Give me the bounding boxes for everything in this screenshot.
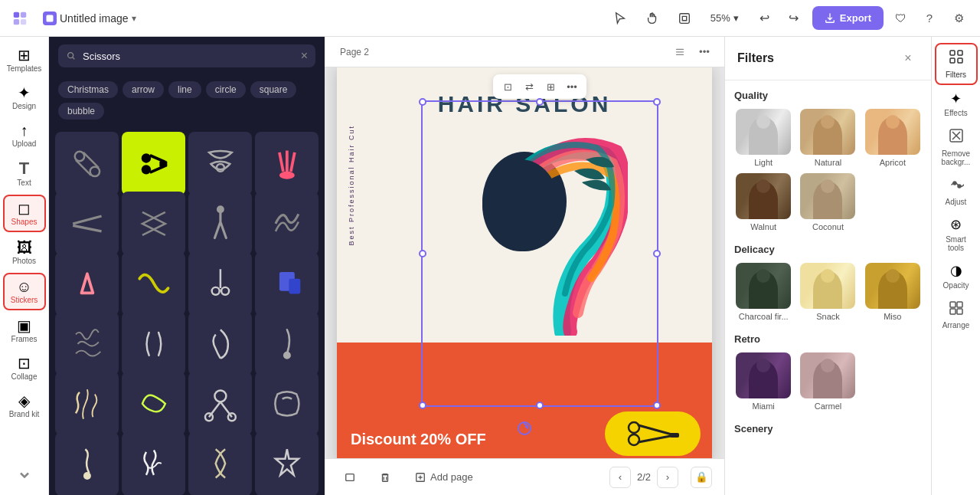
right-icon-smart-tools[interactable]: ⊛ Smart tools <box>935 212 978 257</box>
result-item-15[interactable] <box>188 312 252 375</box>
tag-christmas[interactable]: Christmas <box>58 81 118 98</box>
result-item-6[interactable] <box>122 192 185 255</box>
sidebar-item-templates[interactable]: ⊞ Templates <box>3 43 46 77</box>
help-button[interactable]: ? <box>917 6 942 31</box>
frame-tool-button[interactable] <box>671 5 698 32</box>
sidebar-item-design[interactable]: ✦ Design <box>3 80 46 115</box>
search-bar[interactable]: × <box>58 44 315 67</box>
svg-line-10 <box>76 160 91 175</box>
filter-section-quality: Quality Light Natural <box>734 90 922 231</box>
sidebar-item-frames[interactable]: ▣ Frames <box>3 313 46 348</box>
tag-circle[interactable]: circle <box>206 81 246 98</box>
result-item-14[interactable] <box>122 312 185 375</box>
right-icon-filters[interactable]: Filters <box>935 43 978 85</box>
filter-section-retro: Retro Miami Carmel <box>734 333 922 411</box>
shield-icon-button[interactable]: 🛡 <box>888 6 913 31</box>
sidebar-item-text[interactable]: T Text <box>3 156 46 192</box>
right-icon-opacity[interactable]: ◑ Opacity <box>935 258 978 294</box>
right-icon-remove-bg[interactable]: Remove backgr... <box>935 123 978 171</box>
zoom-selector[interactable]: 55% ▾ <box>703 9 746 27</box>
svg-point-11 <box>141 153 150 162</box>
filter-miso[interactable]: Miso <box>864 263 922 321</box>
result-item-4[interactable] <box>255 132 318 195</box>
undo-button[interactable]: ↩ <box>751 5 779 32</box>
settings-button[interactable]: ⚙ <box>946 6 971 31</box>
search-input[interactable] <box>83 51 295 62</box>
result-item-18[interactable] <box>122 372 185 435</box>
svg-line-9 <box>83 152 99 168</box>
main-content: ⊞ Templates ✦ Design ↑ Upload T Text ◻ S… <box>0 37 980 495</box>
tag-square[interactable]: square <box>250 81 297 98</box>
sidebar-item-photos[interactable]: 🖼 Photos <box>3 235 46 270</box>
result-item-3[interactable] <box>188 132 252 195</box>
result-item-20[interactable] <box>255 372 318 435</box>
result-item-11[interactable] <box>188 252 252 316</box>
result-item-9[interactable] <box>55 252 119 316</box>
right-icon-arrange[interactable]: Arrange <box>935 296 978 335</box>
result-item-1[interactable] <box>55 132 119 195</box>
canvas-toolbar: Page 2 ••• <box>325 37 724 67</box>
result-item-22[interactable] <box>122 432 185 495</box>
result-item-12[interactable] <box>255 252 318 316</box>
result-item-21[interactable] <box>55 432 119 495</box>
lock-button[interactable]: 🔒 <box>691 467 712 488</box>
redo-button[interactable]: ↪ <box>780 5 808 32</box>
add-page-button[interactable]: Add page <box>407 467 481 487</box>
zoom-value: 55% <box>710 12 730 24</box>
result-item-16[interactable] <box>255 312 318 375</box>
filters-panel: Filters × Quality Light <box>724 37 931 495</box>
filter-miso-label: Miso <box>884 312 901 321</box>
result-item-17[interactable] <box>55 372 119 435</box>
result-item-19[interactable] <box>188 372 252 435</box>
sidebar-expand-button[interactable] <box>3 461 46 489</box>
right-icon-filters-label: Filters <box>946 70 966 79</box>
tag-bubble[interactable]: bubble <box>58 103 104 120</box>
filter-walnut[interactable]: Walnut <box>734 173 792 231</box>
right-icon-adjust[interactable]: Adjust <box>935 172 978 211</box>
next-page-button[interactable]: › <box>657 467 678 488</box>
svg-line-13 <box>150 155 165 162</box>
filter-apricot[interactable]: Apricot <box>864 109 922 167</box>
tag-line[interactable]: line <box>168 81 201 98</box>
search-clear-button[interactable]: × <box>301 49 308 63</box>
tag-arrow[interactable]: arrow <box>122 81 164 98</box>
svg-line-19 <box>73 225 101 231</box>
sidebar-item-stickers[interactable]: ☺ Stickers <box>3 273 46 310</box>
canvas-more-options-button[interactable]: ••• <box>694 41 715 63</box>
right-icon-effects[interactable]: ✦ Effects <box>935 87 978 123</box>
filter-coconut[interactable]: Coconut <box>799 173 857 231</box>
result-item-5[interactable] <box>55 192 119 255</box>
rotate-handle[interactable] <box>517 421 532 439</box>
filter-charcoal-fir[interactable]: Charcoal fir... <box>734 263 792 321</box>
document-title-button[interactable]: Untitled image ▾ <box>37 8 142 28</box>
result-item-2[interactable] <box>122 132 185 195</box>
result-item-23[interactable] <box>188 432 252 495</box>
sidebar-label-collage: Collage <box>11 372 38 381</box>
prev-page-button[interactable]: ‹ <box>609 467 631 488</box>
result-item-13[interactable] <box>55 312 119 375</box>
filter-carmel[interactable]: Carmel <box>799 352 857 411</box>
result-item-8[interactable] <box>255 192 318 255</box>
export-button[interactable]: Export <box>812 6 884 30</box>
filter-miami[interactable]: Miami <box>734 352 792 411</box>
sidebar-item-brand[interactable]: ◈ Brand kit <box>3 388 46 423</box>
delete-element-button[interactable] <box>372 467 398 487</box>
filter-light[interactable]: Light <box>734 109 792 167</box>
filter-section-quality-title: Quality <box>734 90 922 101</box>
result-item-24[interactable] <box>255 432 318 495</box>
filter-natural[interactable]: Natural <box>799 109 857 167</box>
result-item-7[interactable] <box>188 192 252 255</box>
canvas-page[interactable]: Beauty HAIR SALON <box>337 67 712 458</box>
sidebar-item-collage[interactable]: ⊡ Collage <box>3 351 46 385</box>
filters-close-button[interactable]: × <box>897 48 919 69</box>
sidebar-label-brand: Brand kit <box>9 410 39 418</box>
svg-point-17 <box>279 171 295 179</box>
sidebar-item-shapes[interactable]: ◻ Shapes <box>3 195 46 232</box>
canvas-settings-button[interactable] <box>669 41 691 63</box>
filter-snack[interactable]: Snack <box>799 263 857 321</box>
result-item-10[interactable] <box>122 252 185 316</box>
hand-tool-button[interactable] <box>639 5 666 32</box>
present-button[interactable] <box>337 467 363 487</box>
sidebar-item-upload[interactable]: ↑ Upload <box>3 118 46 152</box>
select-tool-button[interactable] <box>606 5 634 32</box>
